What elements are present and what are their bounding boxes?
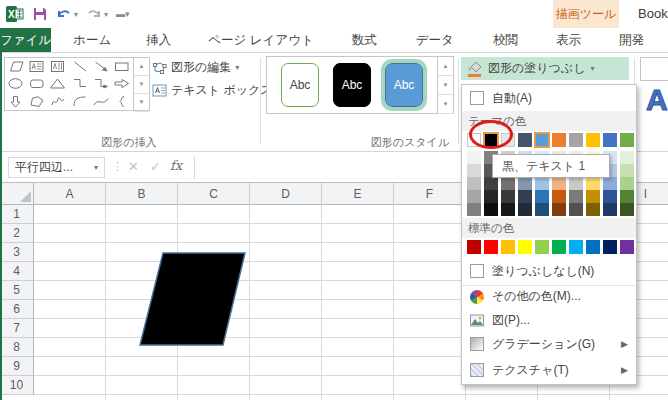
row-header-7[interactable]: 7 xyxy=(0,319,34,338)
color-swatch-000000[interactable] xyxy=(484,133,498,147)
shape-arc-icon[interactable] xyxy=(69,93,90,110)
scroll-up-icon[interactable]: ▲ xyxy=(134,58,149,76)
variant-swatch-3A3838[interactable] xyxy=(501,190,515,203)
scroll-up-icon[interactable]: ▲ xyxy=(438,57,453,76)
shape-parallelogram-icon[interactable] xyxy=(5,58,26,75)
tab-6[interactable]: 校閲 xyxy=(481,28,530,52)
color-swatch-00B050[interactable] xyxy=(552,240,566,254)
variant-swatch-2F5496[interactable] xyxy=(603,190,617,203)
variant-swatch-C9C9C9[interactable] xyxy=(569,177,583,190)
row-header-6[interactable]: 6 xyxy=(0,300,34,319)
tab-1[interactable]: ホーム xyxy=(61,28,123,52)
excel-app-icon[interactable]: X xyxy=(6,5,24,23)
column-header-E[interactable]: E xyxy=(322,183,394,205)
variant-swatch-375623[interactable] xyxy=(620,203,634,216)
variant-swatch-2E75B6[interactable] xyxy=(535,190,549,203)
variant-swatch-A9D18E[interactable] xyxy=(620,177,634,190)
shape-style-item-3[interactable]: Abc xyxy=(385,63,423,107)
variant-swatch-1F3864[interactable] xyxy=(603,203,617,216)
color-swatch-FFC000[interactable] xyxy=(501,240,515,254)
color-swatch-5B9BD5[interactable] xyxy=(535,133,549,147)
column-header-A[interactable]: A xyxy=(34,183,106,205)
row-header-10[interactable]: 10 xyxy=(0,376,34,395)
color-swatch-7030A0[interactable] xyxy=(620,240,634,254)
variant-swatch-222B35[interactable] xyxy=(518,203,532,216)
shape-fill-button[interactable]: 図形の塗りつぶし ▾ xyxy=(461,57,629,80)
formula-bar-handle[interactable]: ⋮ xyxy=(112,160,123,173)
column-header-F[interactable]: F xyxy=(394,183,466,205)
menu-item-picture[interactable]: 図(P)... xyxy=(462,309,636,331)
insert-function-icon[interactable]: fx xyxy=(170,158,182,173)
edit-shape-button[interactable]: 図形の編集 ▾ xyxy=(152,59,239,76)
shape-down-arrow-icon[interactable] xyxy=(5,93,26,110)
variant-swatch-F2F2F2[interactable] xyxy=(467,151,481,164)
gallery-more-icon[interactable]: ▼ xyxy=(438,95,453,114)
variant-swatch-9DC3E6[interactable] xyxy=(535,177,549,190)
enter-icon[interactable]: ✓ xyxy=(150,159,161,174)
chevron-down-icon[interactable]: ▾ xyxy=(88,163,104,172)
color-swatch-FFC000[interactable] xyxy=(586,133,600,147)
menu-item-no-fill[interactable]: 塗りつぶしなし(N) xyxy=(462,260,636,282)
variant-swatch-843C0C[interactable] xyxy=(552,203,566,216)
tab-7[interactable]: 表示 xyxy=(544,28,593,52)
redo-button[interactable]: ▾ xyxy=(86,7,108,21)
variant-swatch-7B7B7B[interactable] xyxy=(569,190,583,203)
tab-8[interactable]: 開発 xyxy=(607,28,656,52)
row-header-1[interactable]: 1 xyxy=(0,205,34,224)
menu-item-more-colors[interactable]: その他の色(M)... xyxy=(462,285,636,307)
color-swatch-002060[interactable] xyxy=(603,240,617,254)
shape-styles-gallery[interactable]: AbcAbcAbc ▲ ▼ ▼ xyxy=(266,56,454,114)
variant-swatch-1F4E79[interactable] xyxy=(535,203,549,216)
shape-style-item-2[interactable]: Abc xyxy=(333,63,371,107)
tab-file[interactable]: ファイル xyxy=(0,28,51,52)
shape-rounded-rectangle-icon[interactable] xyxy=(26,75,47,92)
variant-swatch-BF9000[interactable] xyxy=(586,190,600,203)
tab-3[interactable]: ページ レイアウト xyxy=(196,28,326,52)
variant-swatch-808080[interactable] xyxy=(467,203,481,216)
color-swatch-FF0000[interactable] xyxy=(484,240,498,254)
row-header-5[interactable]: 5 xyxy=(0,281,34,300)
shape-scribble-icon[interactable] xyxy=(48,93,69,110)
color-swatch-FFFF00[interactable] xyxy=(518,240,532,254)
variant-swatch-757070[interactable] xyxy=(501,177,515,190)
shape-left-brace-icon[interactable] xyxy=(112,93,133,110)
shape-freeform-icon[interactable] xyxy=(26,93,47,110)
shape-elbow-arrow-icon[interactable] xyxy=(90,75,111,92)
shape-oval-icon[interactable] xyxy=(5,75,26,92)
shape-triangle-icon[interactable] xyxy=(48,75,69,92)
color-swatch-4472C4[interactable] xyxy=(603,133,617,147)
shape-horizontal-text-box-icon[interactable] xyxy=(26,58,47,75)
shape-curve-icon[interactable] xyxy=(90,93,111,110)
scroll-down-icon[interactable]: ▼ xyxy=(134,76,149,94)
shape-style-item-1[interactable]: Abc xyxy=(281,63,319,107)
color-swatch-70AD47[interactable] xyxy=(620,133,634,147)
variant-swatch-BFBFBF[interactable] xyxy=(467,177,481,190)
color-swatch-00B0F0[interactable] xyxy=(569,240,583,254)
variant-swatch-E2EFDA[interactable] xyxy=(620,151,634,164)
variant-swatch-8EAADB[interactable] xyxy=(603,177,617,190)
menu-item-gradient[interactable]: グラデーション(G) ▶ xyxy=(462,333,636,355)
variant-swatch-C55A11[interactable] xyxy=(552,190,566,203)
variant-swatch-262626[interactable] xyxy=(484,190,498,203)
variant-swatch-F4B183[interactable] xyxy=(552,177,566,190)
menu-item-automatic[interactable]: 自動(A) xyxy=(462,87,636,109)
customize-quick-access-icon[interactable]: ▬▾ xyxy=(116,9,130,19)
variant-swatch-C6E0B4[interactable] xyxy=(620,164,634,177)
row-header-2[interactable]: 2 xyxy=(0,224,34,243)
row-header-9[interactable]: 9 xyxy=(0,357,34,376)
column-header-B[interactable]: B xyxy=(106,183,178,205)
variant-swatch-FFD966[interactable] xyxy=(586,177,600,190)
styles-gallery-scrollbar[interactable]: ▲ ▼ ▼ xyxy=(437,57,453,113)
row-header-3[interactable]: 3 xyxy=(0,243,34,262)
cancel-icon[interactable]: ✕ xyxy=(128,159,139,174)
undo-button[interactable]: ▾ xyxy=(56,7,78,21)
color-swatch-E7E6E6[interactable] xyxy=(501,133,515,147)
tab-2[interactable]: 挿入 xyxy=(134,28,183,52)
color-swatch-ED7D31[interactable] xyxy=(552,133,566,147)
insert-shapes-gallery[interactable]: ▲ ▼ ▼ xyxy=(4,57,150,111)
name-box[interactable]: 平行四辺... ▾ xyxy=(8,157,105,178)
column-header-D[interactable]: D xyxy=(250,183,322,205)
shape-line-icon[interactable] xyxy=(69,58,90,75)
variant-swatch-0D0D0D[interactable] xyxy=(484,203,498,216)
variant-swatch-A6A6A6[interactable] xyxy=(467,190,481,203)
